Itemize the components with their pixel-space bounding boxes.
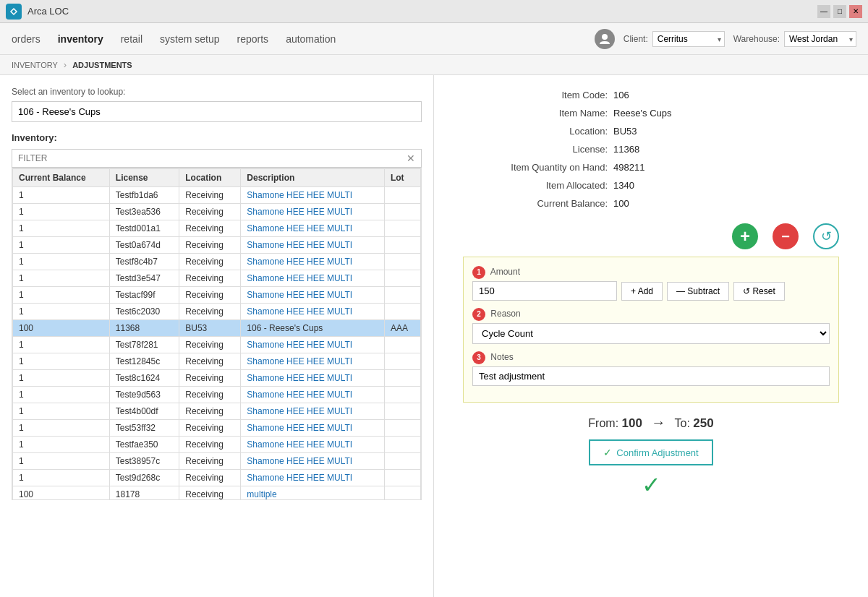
maximize-button[interactable]: □ (833, 5, 846, 18)
table-row[interactable]: 1 Testf8c4b7 Receiving Shamone HEE HEE M… (13, 254, 421, 270)
cell-balance: 1 (13, 370, 110, 387)
cell-balance: 1 (13, 187, 110, 204)
cell-description: Shamone HEE HEE MULTI (241, 304, 385, 320)
warehouse-select[interactable]: West Jordan (784, 31, 856, 47)
table-row[interactable]: 1 Testacf99f Receiving Shamone HEE HEE M… (13, 287, 421, 304)
reason-select[interactable]: Cycle Count Damage Return Other (472, 323, 830, 344)
cell-lot (384, 204, 420, 220)
detail-value-balance: 100 (613, 198, 839, 209)
cell-location: Receiving (179, 470, 241, 486)
nav-system-setup[interactable]: system setup (160, 30, 219, 48)
cell-balance: 1 (13, 287, 110, 304)
cell-license: Teste9d563 (109, 387, 179, 403)
subtract-circle-button[interactable]: − (773, 223, 799, 249)
table-row[interactable]: 1 Test53ff32 Receiving Shamone HEE HEE M… (13, 420, 421, 437)
table-row[interactable]: 100 18178 Receiving multiple (13, 486, 421, 501)
cell-location: Receiving (179, 220, 241, 237)
user-avatar[interactable] (595, 29, 615, 49)
cell-balance: 1 (13, 270, 110, 287)
detail-grid: Item Code: 106 Item Name: Reese's Cups L… (463, 90, 839, 209)
detail-value-location: BU53 (613, 126, 839, 137)
table-row[interactable]: 1 Test12845c Receiving Shamone HEE HEE M… (13, 353, 421, 370)
table-row[interactable]: 1 Test0a674d Receiving Shamone HEE HEE M… (13, 237, 421, 254)
table-row[interactable]: 1 Testfb1da6 Receiving Shamone HEE HEE M… (13, 187, 421, 204)
table-row[interactable]: 1 Test4b00df Receiving Shamone HEE HEE M… (13, 403, 421, 420)
cell-location: Receiving (179, 437, 241, 453)
minimize-button[interactable]: — (817, 5, 830, 18)
nav-orders[interactable]: orders (12, 30, 41, 48)
nav-reports[interactable]: reports (237, 30, 269, 48)
reason-row: 2 Reason Cycle Count Damage Return Other (472, 308, 830, 344)
amount-row: 1 Amount + Add — Subtract ↺ Reset (472, 266, 830, 301)
table-row[interactable]: 1 Test38957c Receiving Shamone HEE HEE M… (13, 453, 421, 470)
cell-balance: 1 (13, 453, 110, 470)
reason-label: 2 Reason (472, 308, 830, 321)
client-select[interactable]: Cerritus (652, 31, 725, 47)
table-row[interactable]: 1 Test3ea536 Receiving Shamone HEE HEE M… (13, 204, 421, 220)
add-button[interactable]: + Add (621, 282, 663, 301)
action-buttons: + − ↺ (463, 223, 839, 249)
notes-input[interactable] (472, 366, 830, 386)
cell-license: Testacf99f (109, 287, 179, 304)
title-bar-left: Arca LOC (6, 4, 69, 20)
cell-balance: 1 (13, 254, 110, 270)
reset-circle-button[interactable]: ↺ (813, 223, 839, 249)
filter-clear-icon[interactable]: ✕ (401, 150, 421, 167)
cell-location: Receiving (179, 387, 241, 403)
amount-label: 1 Amount (472, 266, 830, 279)
cell-lot (384, 370, 420, 387)
cell-lot (384, 237, 420, 254)
table-row[interactable]: 1 Testd3e547 Receiving Shamone HEE HEE M… (13, 270, 421, 287)
to-label: To: (675, 417, 690, 429)
svg-point-1 (602, 34, 608, 40)
cell-lot (384, 470, 420, 486)
cell-license: Testfae350 (109, 437, 179, 453)
table-row[interactable]: 1 Test6c2030 Receiving Shamone HEE HEE M… (13, 304, 421, 320)
cell-location: Receiving (179, 453, 241, 470)
cell-description: 106 - Reese's Cups (241, 320, 385, 337)
title-bar-controls[interactable]: — □ ✕ (817, 5, 862, 18)
from-label: From: (588, 417, 618, 429)
cell-description: Shamone HEE HEE MULTI (241, 453, 385, 470)
confirm-adjustment-button[interactable]: ✓ Confirm Adjustment (589, 439, 712, 465)
amount-input[interactable] (472, 281, 617, 301)
detail-value-qty: 498211 (613, 162, 839, 173)
cell-license: Testfb1da6 (109, 187, 179, 204)
left-panel: Select an inventory to lookup: Inventory… (0, 75, 434, 597)
cell-description: Shamone HEE HEE MULTI (241, 337, 385, 353)
close-button[interactable]: ✕ (849, 5, 862, 18)
subtract-button[interactable]: — Subtract (667, 282, 729, 301)
nav-inventory[interactable]: inventory (58, 30, 103, 48)
col-description: Description (241, 169, 385, 187)
cell-license: Test8c1624 (109, 370, 179, 387)
to-value: 250 (693, 416, 713, 430)
cell-location: Receiving (179, 353, 241, 370)
breadcrumb-adjustments[interactable]: ADJUSTMENTS (72, 61, 132, 69)
cell-balance: 1 (13, 204, 110, 220)
reset-button[interactable]: ↺ Reset (733, 282, 785, 301)
right-panel: Item Code: 106 Item Name: Reese's Cups L… (434, 75, 868, 597)
client-section: Client: Cerritus (624, 31, 725, 47)
table-row[interactable]: 1 Testd001a1 Receiving Shamone HEE HEE M… (13, 220, 421, 237)
table-row[interactable]: 1 Teste9d563 Receiving Shamone HEE HEE M… (13, 387, 421, 403)
breadcrumb-inventory[interactable]: INVENTORY (12, 61, 58, 69)
cell-description: Shamone HEE HEE MULTI (241, 287, 385, 304)
cell-location: Receiving (179, 337, 241, 353)
filter-input[interactable] (12, 150, 401, 167)
cell-lot (384, 220, 420, 237)
add-circle-button[interactable]: + (732, 223, 758, 249)
filter-bar: ✕ (12, 149, 422, 168)
table-row[interactable]: 1 Test9d268c Receiving Shamone HEE HEE M… (13, 470, 421, 486)
table-row[interactable]: 1 Testfae350 Receiving Shamone HEE HEE M… (13, 437, 421, 453)
table-row[interactable]: 1 Test8c1624 Receiving Shamone HEE HEE M… (13, 370, 421, 387)
warehouse-section: Warehouse: West Jordan (733, 31, 856, 47)
lookup-input[interactable] (12, 101, 422, 122)
table-row[interactable]: 100 11368 BU53 106 - Reese's Cups AAA (13, 320, 421, 337)
cell-lot (384, 187, 420, 204)
table-row[interactable]: 1 Test78f281 Receiving Shamone HEE HEE M… (13, 337, 421, 353)
nav-retail[interactable]: retail (121, 30, 142, 48)
warehouse-select-wrapper: West Jordan (784, 31, 856, 47)
detail-label-name: Item Name: (463, 108, 608, 119)
nav-automation[interactable]: automation (286, 30, 336, 48)
cell-description: Shamone HEE HEE MULTI (241, 254, 385, 270)
